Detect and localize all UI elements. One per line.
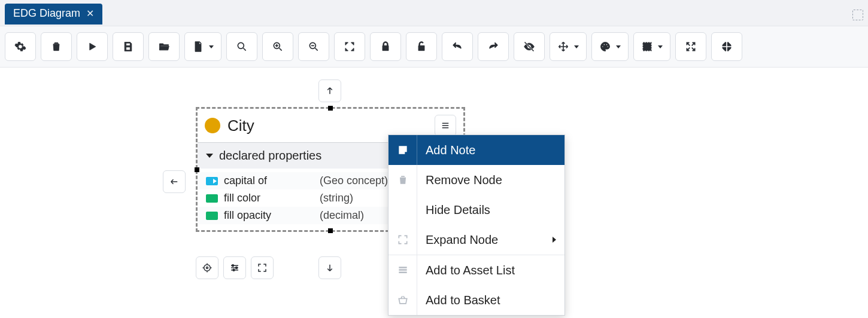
menu-add-to-asset-list[interactable]: Add to Asset List <box>389 255 564 285</box>
menu-label: Remove Node <box>417 173 564 187</box>
svg-point-4 <box>602 46 603 47</box>
file-options-button[interactable] <box>184 32 221 61</box>
chevron-down-icon <box>574 45 579 48</box>
context-menu: Add Note Remove Node Hide Details Expand… <box>388 134 565 316</box>
zoom-button[interactable] <box>226 32 257 61</box>
tab-title: EDG Diagram <box>13 7 80 20</box>
svg-point-0 <box>198 47 199 48</box>
node-fit-button[interactable] <box>251 256 274 279</box>
fullscreen-enter-button[interactable] <box>675 32 706 61</box>
svg-point-9 <box>204 265 211 271</box>
zoom-in-button[interactable] <box>262 32 293 61</box>
chevron-down-icon <box>206 154 213 158</box>
tab-bar: EDG Diagram ✕ <box>0 0 868 26</box>
close-icon[interactable]: ✕ <box>86 8 94 19</box>
fit-button[interactable] <box>334 32 365 61</box>
menu-label: Add Note <box>417 143 564 157</box>
property-name: fill color <box>224 192 314 204</box>
resize-handle-left[interactable] <box>195 167 199 172</box>
node-nav-down[interactable] <box>318 256 341 279</box>
menu-label: Expand Node <box>417 233 553 247</box>
maximize-icon[interactable] <box>852 10 863 20</box>
svg-point-7 <box>607 46 608 47</box>
toolbar <box>0 26 868 68</box>
property-name: capital of <box>224 175 314 187</box>
run-button[interactable] <box>77 32 108 61</box>
chevron-down-icon <box>658 45 663 48</box>
svg-rect-8 <box>643 42 651 50</box>
property-type: (decimal) <box>320 209 364 222</box>
settings-button[interactable] <box>5 32 36 61</box>
node-type-dot <box>205 118 220 133</box>
undo-button[interactable] <box>442 32 473 61</box>
svg-point-6 <box>606 44 607 45</box>
menu-add-note[interactable]: Add Note <box>389 135 564 165</box>
submenu-arrow-icon <box>553 237 556 243</box>
svg-point-13 <box>233 269 235 271</box>
property-type: (Geo concept) <box>320 175 388 187</box>
resize-handle-bottom[interactable] <box>328 228 333 233</box>
lock-button[interactable] <box>370 32 401 61</box>
menu-add-to-basket[interactable]: Add to Basket <box>389 285 564 315</box>
menu-remove-node[interactable]: Remove Node <box>389 165 564 195</box>
relation-icon <box>206 177 218 185</box>
chevron-down-icon <box>616 45 621 48</box>
chevron-down-icon <box>209 45 214 48</box>
node-menu-button[interactable] <box>435 115 456 136</box>
node-nav-left[interactable] <box>163 170 186 193</box>
visibility-off-button[interactable] <box>514 32 545 61</box>
node-target-button[interactable] <box>196 256 218 279</box>
menu-expand-node[interactable]: Expand Node <box>389 225 564 255</box>
property-name: fill opacity <box>224 209 314 222</box>
resize-handle-top[interactable] <box>328 106 333 111</box>
attribute-icon <box>206 212 218 220</box>
save-button[interactable] <box>113 32 144 61</box>
redo-button[interactable] <box>478 32 509 61</box>
svg-point-11 <box>232 265 234 267</box>
menu-label: Add to Asset List <box>417 264 564 277</box>
node-sliders-button[interactable] <box>223 256 246 279</box>
menu-label: Hide Details <box>417 203 564 217</box>
menu-label: Add to Basket <box>417 293 564 307</box>
move-options-button[interactable] <box>550 32 587 61</box>
unlock-button[interactable] <box>406 32 437 61</box>
svg-point-5 <box>603 44 605 45</box>
node-title: City <box>227 117 427 135</box>
palette-options-button[interactable] <box>591 32 629 61</box>
select-area-button[interactable] <box>633 32 670 61</box>
fullscreen-exit-button[interactable] <box>711 32 742 61</box>
diagram-canvas[interactable]: City declared properties capital of (Geo… <box>0 68 868 317</box>
delete-button[interactable] <box>41 32 72 61</box>
attribute-icon <box>206 194 218 203</box>
tab-edg-diagram[interactable]: EDG Diagram ✕ <box>5 4 102 25</box>
svg-point-10 <box>207 267 208 269</box>
svg-point-1 <box>238 42 244 48</box>
svg-point-12 <box>236 267 238 269</box>
property-type: (string) <box>320 192 353 204</box>
section-title: declared properties <box>219 149 321 163</box>
zoom-out-button[interactable] <box>298 32 329 61</box>
node-nav-up[interactable] <box>318 80 341 102</box>
menu-hide-details[interactable]: Hide Details <box>389 195 564 225</box>
open-button[interactable] <box>148 32 180 61</box>
